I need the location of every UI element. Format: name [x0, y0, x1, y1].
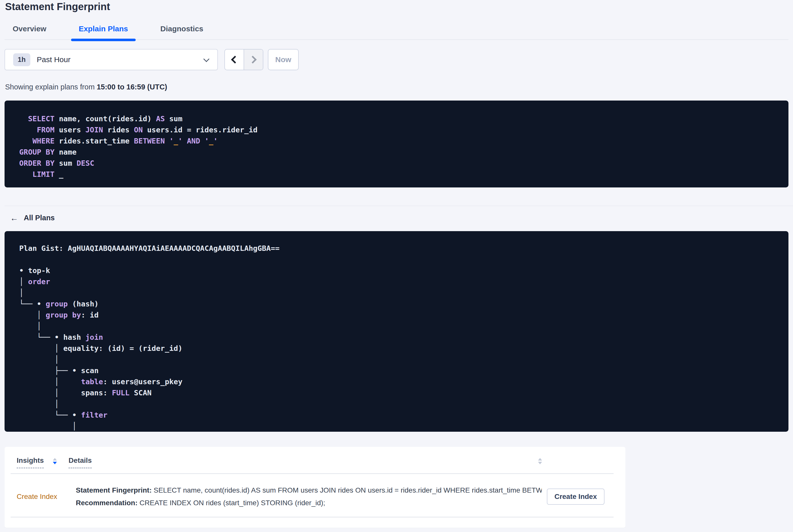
sort-up-icon	[538, 458, 542, 460]
code-line: GROUP BY name	[19, 147, 781, 158]
tab-overview[interactable]: Overview	[13, 24, 46, 39]
code-line: │ order	[19, 276, 781, 287]
column-header-insights[interactable]: Insights	[17, 456, 44, 468]
code-line: │ equality: (id) = (rider_id)	[19, 343, 781, 354]
chevron-right-icon	[249, 56, 257, 63]
tab-explain-plans[interactable]: Explain Plans	[79, 24, 128, 39]
code-line: FROM users JOIN rides ON users.id = ride…	[19, 124, 781, 135]
code-line: • top-k	[19, 265, 781, 276]
showing-prefix: Showing explain plans from	[5, 83, 97, 91]
sort-down-icon	[538, 462, 542, 464]
sort-up-icon	[53, 458, 57, 460]
create-index-button[interactable]: Create Index	[547, 489, 604, 505]
code-line: WHERE rides.start_time BETWEEN '_' AND '…	[19, 135, 781, 147]
code-line: ORDER BY sum DESC	[19, 158, 781, 169]
code-line: │	[19, 287, 781, 298]
statement-fingerprint-detail: Statement Fingerprint: SELECT name, coun…	[76, 484, 542, 497]
code-line: └── • filter	[19, 410, 781, 421]
code-line: Plan Gist: AgHUAQIABQAAAAHYAQIAiAEAAAADC…	[19, 243, 781, 254]
insights-table: Insights Details Create Index Statement …	[4, 447, 625, 528]
chevron-left-icon	[231, 56, 239, 63]
chevron-down-icon	[204, 56, 209, 62]
sql-statement-code: SELECT name, count(rides.id) AS sum FROM…	[4, 100, 789, 187]
code-line: └── • group (hash)	[19, 298, 781, 309]
code-line: │ group by: id	[19, 309, 781, 321]
column-header-details[interactable]: Details	[69, 456, 92, 468]
code-line: │ table: users@users_pkey	[19, 376, 781, 387]
code-line: LIMIT _	[19, 169, 781, 180]
create-index-link[interactable]: Create Index	[17, 493, 76, 501]
sort-toggle-insights[interactable]	[53, 458, 57, 464]
tab-diagnostics[interactable]: Diagnostics	[161, 24, 204, 39]
time-range-label: Past Hour	[37, 55, 71, 64]
detail-label: Recommendation:	[76, 499, 137, 507]
action-cell: Create Index	[547, 489, 604, 505]
section-divider	[4, 206, 793, 206]
time-range-text: 15:00 to 16:59 (UTC)	[97, 83, 167, 91]
code-line: └── • hash join	[19, 332, 781, 343]
code-line: │	[19, 398, 781, 410]
row-divider	[11, 517, 613, 517]
code-line: │	[19, 421, 781, 432]
plan-gist-code: Plan Gist: AgHUAQIABQAAAAHYAQIAiAEAAAADC…	[4, 231, 789, 432]
code-line: ├── • scan	[19, 365, 781, 376]
sort-toggle-details[interactable]	[538, 458, 542, 464]
table-row: Create Index Statement Fingerprint: SELE…	[4, 474, 625, 509]
code-line: │	[19, 321, 781, 332]
insight-details: Statement Fingerprint: SELECT name, coun…	[76, 484, 542, 509]
time-controls: 1h Past Hour Now	[4, 49, 789, 70]
all-plans-label: All Plans	[24, 214, 55, 222]
now-button[interactable]: Now	[268, 49, 299, 70]
detail-text: SELECT name, count(rides.id) AS sum FROM…	[152, 486, 542, 494]
arrow-left-icon: ←	[10, 214, 18, 222]
page-title: Statement Fingerprint	[0, 0, 793, 12]
all-plans-link[interactable]: ← All Plans	[10, 214, 55, 222]
next-time-button[interactable]	[244, 50, 263, 70]
insights-table-header: Insights Details	[4, 456, 625, 468]
code-line	[19, 254, 781, 265]
code-line: │ spans: FULL SCAN	[19, 387, 781, 398]
tab-bar: Overview Explain Plans Diagnostics	[4, 24, 789, 40]
time-range-selector[interactable]: 1h Past Hour	[4, 49, 218, 70]
detail-text: CREATE INDEX ON rides (start_time) STORI…	[137, 499, 325, 507]
showing-plans-text: Showing explain plans from 15:00 to 16:5…	[5, 82, 793, 92]
code-line: SELECT name, count(rides.id) AS sum	[19, 113, 781, 124]
recommendation-detail: Recommendation: CREATE INDEX ON rides (s…	[76, 497, 542, 509]
time-step-buttons	[224, 49, 263, 70]
code-line: │	[19, 354, 781, 365]
duration-badge: 1h	[13, 53, 30, 66]
sort-down-icon	[53, 462, 57, 464]
detail-label: Statement Fingerprint:	[76, 486, 152, 494]
prev-time-button[interactable]	[225, 50, 244, 70]
